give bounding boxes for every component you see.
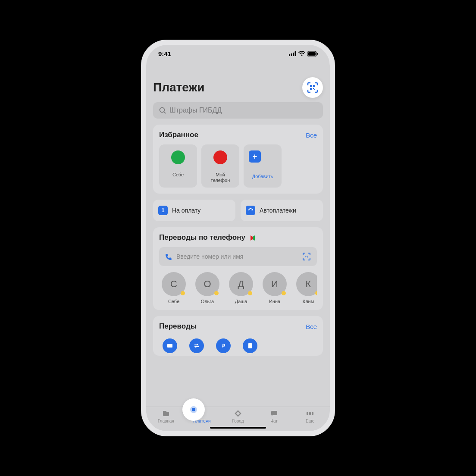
phone-transfers-header: Переводы по телефону	[159, 233, 317, 242]
svg-line-13	[164, 112, 166, 113]
page-title: Платежи	[153, 81, 204, 94]
search-icon	[159, 107, 166, 114]
signal-icon	[289, 51, 296, 56]
pill-label: На оплату	[172, 207, 200, 214]
pill-label: Автоплатежи	[260, 207, 296, 214]
status-dot-icon	[181, 291, 185, 295]
phone-input-placeholder: Введите номер или имя	[176, 253, 243, 260]
tab-label: Город	[232, 419, 244, 423]
phone-screen: 9:41 Платежи	[146, 45, 330, 431]
svg-rect-23	[163, 411, 166, 412]
favorites-all-link[interactable]: Все	[306, 132, 317, 139]
favorite-item-phone[interactable]: Мой телефон	[201, 144, 239, 188]
avatar: О	[195, 272, 219, 296]
favorite-item-self[interactable]: Себе	[159, 144, 197, 188]
phone-transfers-title: Переводы по телефону	[159, 233, 256, 242]
status-bar: 9:41	[146, 45, 330, 60]
svg-rect-3	[295, 51, 296, 56]
action-row: 1 На оплату Автоплатежи	[153, 200, 323, 221]
transfers-card: Переводы Все ₽	[153, 316, 323, 356]
status-dot-icon	[315, 291, 317, 295]
badge-icon: 1	[158, 206, 168, 215]
battery-icon	[307, 51, 318, 56]
status-time: 9:41	[158, 50, 171, 57]
favorite-label: Себе	[163, 172, 193, 178]
svg-text:+7: +7	[305, 255, 308, 258]
repeat-icon	[246, 206, 255, 215]
page-header: Платежи	[153, 77, 323, 98]
transfer-between-icon[interactable]	[189, 338, 204, 353]
svg-rect-8	[313, 85, 315, 87]
contact-name: Клим	[294, 299, 317, 304]
tab-chat[interactable]: Чат	[259, 410, 289, 423]
svg-rect-27	[312, 412, 313, 415]
tab-label: Главная	[158, 419, 174, 423]
status-dot-icon	[282, 291, 286, 295]
transfer-ruble-icon[interactable]: ₽	[216, 338, 231, 353]
svg-rect-1	[291, 53, 292, 56]
avatar: И	[263, 272, 287, 296]
tab-more[interactable]: Еще	[295, 410, 325, 423]
search-input[interactable]: Штрафы ГИБДД	[153, 102, 323, 119]
svg-rect-5	[308, 52, 316, 56]
contact-name: Даша	[226, 299, 256, 304]
transfers-all-link[interactable]: Все	[306, 323, 317, 330]
contact-klim[interactable]: К Клим	[294, 272, 317, 304]
transfer-card-icon[interactable]	[163, 338, 177, 353]
svg-rect-10	[313, 88, 314, 89]
status-icons	[289, 51, 318, 56]
svg-point-21	[192, 408, 195, 411]
phone-number-input[interactable]: Введите номер или имя +7	[159, 247, 317, 266]
tab-home[interactable]: Главная	[151, 410, 181, 423]
home-icon	[162, 410, 170, 417]
svg-rect-26	[309, 412, 311, 415]
content-scroll[interactable]: Платежи Штрафы ГИБДД	[146, 60, 330, 407]
qr-icon	[307, 82, 318, 93]
home-indicator[interactable]	[210, 427, 266, 429]
transfers-title: Переводы	[159, 322, 197, 331]
favorites-card: Избранное Все Себе Мой телефон + Добавит…	[153, 125, 323, 194]
contacts-row[interactable]: С Себе О Ольга Д Даша И Инна	[159, 272, 317, 304]
contact-inna[interactable]: И Инна	[260, 272, 289, 304]
tab-city[interactable]: Город	[223, 410, 253, 423]
chat-icon	[270, 410, 279, 417]
contact-name: Ольга	[193, 299, 222, 304]
status-dot-icon	[248, 291, 252, 295]
svg-rect-7	[310, 85, 312, 87]
contact-olga[interactable]: О Ольга	[193, 272, 222, 304]
svg-rect-0	[289, 54, 290, 56]
svg-rect-2	[293, 53, 294, 56]
transfer-doc-icon[interactable]	[243, 338, 257, 353]
qr-scan-button[interactable]	[302, 77, 323, 98]
payments-tab-icon	[189, 405, 198, 414]
contact-name: Инна	[260, 299, 289, 304]
transfers-header: Переводы Все	[159, 322, 317, 331]
svg-rect-25	[307, 412, 308, 415]
svg-rect-22	[163, 412, 169, 416]
contact-self[interactable]: С Себе	[159, 272, 188, 304]
sbp-icon	[249, 235, 256, 241]
favorite-item-add[interactable]: + Добавить	[244, 144, 282, 188]
phone-frame: 9:41 Платежи	[141, 40, 335, 436]
favorite-label: Мой телефон	[206, 172, 235, 183]
tab-bar: Главная Платежи Город Чат Еще	[146, 407, 330, 431]
avatar: К	[296, 272, 317, 296]
status-dot-icon	[214, 291, 219, 295]
contact-dasha[interactable]: Д Даша	[226, 272, 256, 304]
autopay-button[interactable]: Автоплатежи	[241, 200, 323, 221]
contact-name: Себе	[159, 299, 188, 304]
to-pay-button[interactable]: 1 На оплату	[153, 200, 235, 221]
plus-icon: +	[249, 150, 261, 163]
svg-rect-11	[314, 89, 315, 90]
svg-rect-6	[317, 53, 318, 55]
svg-rect-24	[271, 411, 277, 415]
more-icon	[306, 410, 314, 417]
active-tab-bubble	[182, 398, 205, 421]
tab-label: Чат	[270, 419, 278, 423]
svg-marker-14	[251, 235, 253, 241]
favorites-title: Избранное	[159, 131, 198, 139]
avatar: С	[162, 272, 186, 296]
avatar: Д	[229, 272, 253, 296]
scan-number-icon[interactable]: +7	[302, 252, 311, 261]
favorite-icon	[213, 150, 227, 164]
